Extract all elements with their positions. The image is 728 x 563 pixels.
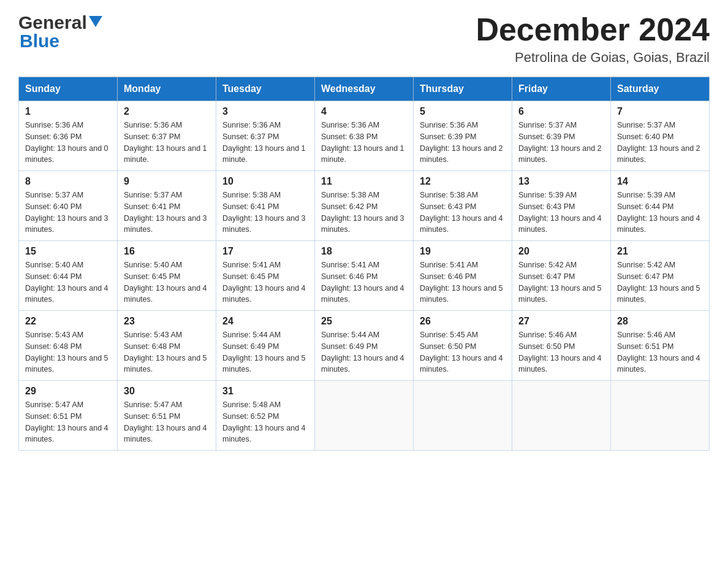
day-info: Sunrise: 5:42 AMSunset: 6:47 PMDaylight:… bbox=[617, 259, 703, 305]
calendar-cell: 17Sunrise: 5:41 AMSunset: 6:45 PMDayligh… bbox=[216, 241, 315, 311]
day-number: 19 bbox=[420, 246, 506, 257]
day-number: 23 bbox=[124, 316, 210, 327]
calendar-cell: 18Sunrise: 5:41 AMSunset: 6:46 PMDayligh… bbox=[315, 241, 414, 311]
day-info: Sunrise: 5:40 AMSunset: 6:44 PMDaylight:… bbox=[25, 259, 111, 305]
weekday-header-monday: Monday bbox=[118, 77, 216, 101]
calendar-cell: 16Sunrise: 5:40 AMSunset: 6:45 PMDayligh… bbox=[118, 241, 216, 311]
logo-general-text: General bbox=[18, 12, 87, 33]
week-row-2: 8Sunrise: 5:37 AMSunset: 6:40 PMDaylight… bbox=[19, 171, 710, 241]
calendar-cell: 8Sunrise: 5:37 AMSunset: 6:40 PMDaylight… bbox=[19, 171, 118, 241]
day-number: 2 bbox=[124, 106, 210, 117]
calendar-cell: 9Sunrise: 5:37 AMSunset: 6:41 PMDaylight… bbox=[118, 171, 216, 241]
day-number: 8 bbox=[25, 176, 111, 187]
day-info: Sunrise: 5:38 AMSunset: 6:41 PMDaylight:… bbox=[222, 190, 308, 236]
day-info: Sunrise: 5:36 AMSunset: 6:39 PMDaylight:… bbox=[420, 120, 506, 166]
calendar-cell bbox=[315, 381, 414, 451]
calendar-cell: 23Sunrise: 5:43 AMSunset: 6:48 PMDayligh… bbox=[118, 311, 216, 381]
day-number: 10 bbox=[222, 176, 308, 187]
day-number: 31 bbox=[222, 386, 308, 397]
weekday-header-thursday: Thursday bbox=[414, 77, 512, 101]
calendar-cell: 29Sunrise: 5:47 AMSunset: 6:51 PMDayligh… bbox=[19, 381, 118, 451]
logo-blue-text: Blue bbox=[20, 31, 59, 52]
day-info: Sunrise: 5:41 AMSunset: 6:45 PMDaylight:… bbox=[222, 259, 308, 305]
day-info: Sunrise: 5:41 AMSunset: 6:46 PMDaylight:… bbox=[420, 259, 506, 305]
day-info: Sunrise: 5:42 AMSunset: 6:47 PMDaylight:… bbox=[518, 259, 604, 305]
title-block: December 2024 Petrolina de Goias, Goias,… bbox=[476, 12, 710, 66]
day-info: Sunrise: 5:37 AMSunset: 6:41 PMDaylight:… bbox=[124, 190, 210, 236]
day-number: 13 bbox=[518, 176, 604, 187]
page-subtitle: Petrolina de Goias, Goias, Brazil bbox=[476, 50, 710, 66]
day-info: Sunrise: 5:37 AMSunset: 6:40 PMDaylight:… bbox=[617, 120, 703, 166]
calendar-cell bbox=[611, 381, 710, 451]
calendar-cell: 12Sunrise: 5:38 AMSunset: 6:43 PMDayligh… bbox=[414, 171, 512, 241]
day-info: Sunrise: 5:38 AMSunset: 6:43 PMDaylight:… bbox=[420, 190, 506, 236]
day-number: 9 bbox=[124, 176, 210, 187]
page-title: December 2024 bbox=[476, 12, 710, 47]
calendar-cell: 5Sunrise: 5:36 AMSunset: 6:39 PMDaylight… bbox=[414, 101, 512, 171]
day-info: Sunrise: 5:40 AMSunset: 6:45 PMDaylight:… bbox=[124, 259, 210, 305]
week-row-3: 15Sunrise: 5:40 AMSunset: 6:44 PMDayligh… bbox=[19, 241, 710, 311]
calendar-cell: 24Sunrise: 5:44 AMSunset: 6:49 PMDayligh… bbox=[216, 311, 315, 381]
day-info: Sunrise: 5:37 AMSunset: 6:40 PMDaylight:… bbox=[25, 190, 111, 236]
logo: General Blue bbox=[18, 12, 102, 52]
calendar-cell: 25Sunrise: 5:44 AMSunset: 6:49 PMDayligh… bbox=[315, 311, 414, 381]
day-info: Sunrise: 5:36 AMSunset: 6:36 PMDaylight:… bbox=[25, 120, 111, 166]
day-info: Sunrise: 5:44 AMSunset: 6:49 PMDaylight:… bbox=[321, 329, 407, 375]
calendar-cell: 22Sunrise: 5:43 AMSunset: 6:48 PMDayligh… bbox=[19, 311, 118, 381]
day-info: Sunrise: 5:48 AMSunset: 6:52 PMDaylight:… bbox=[222, 399, 308, 445]
calendar-cell: 27Sunrise: 5:46 AMSunset: 6:50 PMDayligh… bbox=[512, 311, 611, 381]
day-number: 14 bbox=[617, 176, 703, 187]
calendar-cell: 15Sunrise: 5:40 AMSunset: 6:44 PMDayligh… bbox=[19, 241, 118, 311]
logo-triangle-icon bbox=[89, 16, 102, 29]
day-number: 29 bbox=[25, 386, 111, 397]
day-number: 20 bbox=[518, 246, 604, 257]
day-number: 22 bbox=[25, 316, 111, 327]
weekday-header-sunday: Sunday bbox=[19, 77, 118, 101]
week-row-5: 29Sunrise: 5:47 AMSunset: 6:51 PMDayligh… bbox=[19, 381, 710, 451]
day-number: 1 bbox=[25, 106, 111, 117]
weekday-header-saturday: Saturday bbox=[611, 77, 710, 101]
day-number: 17 bbox=[222, 246, 308, 257]
day-info: Sunrise: 5:37 AMSunset: 6:39 PMDaylight:… bbox=[518, 120, 604, 166]
week-row-4: 22Sunrise: 5:43 AMSunset: 6:48 PMDayligh… bbox=[19, 311, 710, 381]
calendar-cell: 30Sunrise: 5:47 AMSunset: 6:51 PMDayligh… bbox=[118, 381, 216, 451]
day-info: Sunrise: 5:41 AMSunset: 6:46 PMDaylight:… bbox=[321, 259, 407, 305]
day-info: Sunrise: 5:36 AMSunset: 6:37 PMDaylight:… bbox=[124, 120, 210, 166]
svg-marker-0 bbox=[89, 16, 102, 27]
day-number: 15 bbox=[25, 246, 111, 257]
day-info: Sunrise: 5:47 AMSunset: 6:51 PMDaylight:… bbox=[124, 399, 210, 445]
calendar-cell: 31Sunrise: 5:48 AMSunset: 6:52 PMDayligh… bbox=[216, 381, 315, 451]
calendar-cell: 14Sunrise: 5:39 AMSunset: 6:44 PMDayligh… bbox=[611, 171, 710, 241]
day-number: 3 bbox=[222, 106, 308, 117]
day-info: Sunrise: 5:45 AMSunset: 6:50 PMDaylight:… bbox=[420, 329, 506, 375]
day-number: 16 bbox=[124, 246, 210, 257]
day-info: Sunrise: 5:43 AMSunset: 6:48 PMDaylight:… bbox=[25, 329, 111, 375]
day-info: Sunrise: 5:46 AMSunset: 6:50 PMDaylight:… bbox=[518, 329, 604, 375]
calendar-cell bbox=[414, 381, 512, 451]
calendar-cell: 28Sunrise: 5:46 AMSunset: 6:51 PMDayligh… bbox=[611, 311, 710, 381]
day-info: Sunrise: 5:38 AMSunset: 6:42 PMDaylight:… bbox=[321, 190, 407, 236]
week-row-1: 1Sunrise: 5:36 AMSunset: 6:36 PMDaylight… bbox=[19, 101, 710, 171]
weekday-header-tuesday: Tuesday bbox=[216, 77, 315, 101]
day-info: Sunrise: 5:47 AMSunset: 6:51 PMDaylight:… bbox=[25, 399, 111, 445]
day-number: 26 bbox=[420, 316, 506, 327]
weekday-header-friday: Friday bbox=[512, 77, 611, 101]
calendar-cell: 21Sunrise: 5:42 AMSunset: 6:47 PMDayligh… bbox=[611, 241, 710, 311]
calendar-cell: 20Sunrise: 5:42 AMSunset: 6:47 PMDayligh… bbox=[512, 241, 611, 311]
calendar-cell: 2Sunrise: 5:36 AMSunset: 6:37 PMDaylight… bbox=[118, 101, 216, 171]
day-info: Sunrise: 5:46 AMSunset: 6:51 PMDaylight:… bbox=[617, 329, 703, 375]
calendar-cell: 19Sunrise: 5:41 AMSunset: 6:46 PMDayligh… bbox=[414, 241, 512, 311]
day-number: 6 bbox=[518, 106, 604, 117]
calendar-cell: 10Sunrise: 5:38 AMSunset: 6:41 PMDayligh… bbox=[216, 171, 315, 241]
calendar-cell: 7Sunrise: 5:37 AMSunset: 6:40 PMDaylight… bbox=[611, 101, 710, 171]
calendar-cell: 1Sunrise: 5:36 AMSunset: 6:36 PMDaylight… bbox=[19, 101, 118, 171]
weekday-header-row: SundayMondayTuesdayWednesdayThursdayFrid… bbox=[19, 77, 710, 101]
calendar-cell: 4Sunrise: 5:36 AMSunset: 6:38 PMDaylight… bbox=[315, 101, 414, 171]
day-info: Sunrise: 5:39 AMSunset: 6:43 PMDaylight:… bbox=[518, 190, 604, 236]
calendar-cell: 13Sunrise: 5:39 AMSunset: 6:43 PMDayligh… bbox=[512, 171, 611, 241]
calendar-cell: 11Sunrise: 5:38 AMSunset: 6:42 PMDayligh… bbox=[315, 171, 414, 241]
day-info: Sunrise: 5:44 AMSunset: 6:49 PMDaylight:… bbox=[222, 329, 308, 375]
day-info: Sunrise: 5:39 AMSunset: 6:44 PMDaylight:… bbox=[617, 190, 703, 236]
day-number: 30 bbox=[124, 386, 210, 397]
day-number: 5 bbox=[420, 106, 506, 117]
